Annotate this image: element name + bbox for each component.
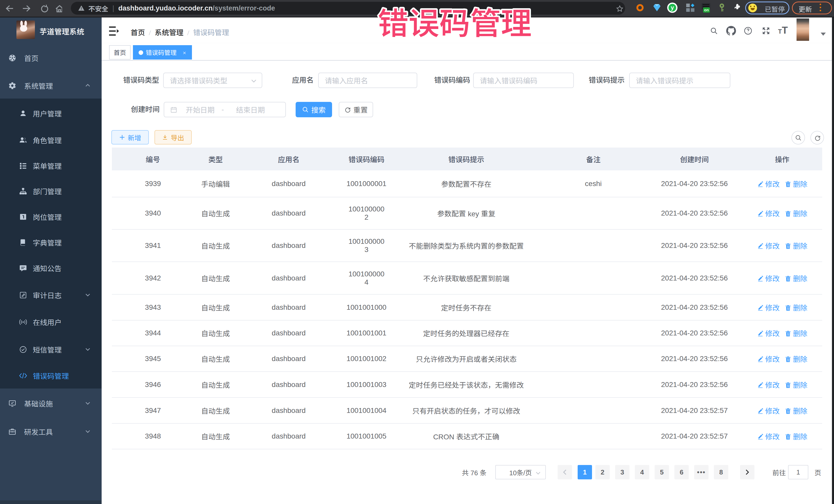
svg-text:错误码管理: 错误码管理 xyxy=(378,0,532,43)
